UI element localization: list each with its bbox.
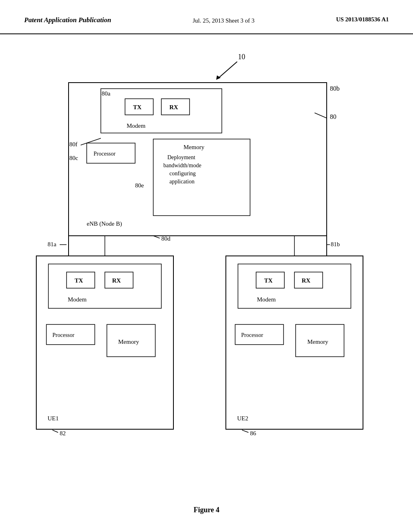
modem-label-ue2: Modem bbox=[257, 296, 276, 303]
svg-marker-1 bbox=[216, 75, 221, 80]
svg-rect-8 bbox=[153, 139, 250, 216]
label-81b: 81b bbox=[331, 241, 340, 247]
tx-label-ue1: TX bbox=[75, 277, 83, 284]
ue2-label: UE2 bbox=[237, 415, 248, 422]
label-80c: 80c bbox=[69, 155, 78, 161]
processor-label-ue1: Processor bbox=[52, 332, 75, 338]
rx-label-ue2: RX bbox=[302, 277, 311, 284]
tx-label-ue2: TX bbox=[264, 277, 273, 284]
processor-label-enb: Processor bbox=[94, 151, 116, 157]
svg-rect-2 bbox=[69, 83, 327, 236]
label-82: 82 bbox=[60, 430, 66, 436]
svg-line-7 bbox=[81, 138, 101, 145]
label-80d: 80d bbox=[161, 235, 171, 242]
memory-sub1-enb: Deployment bbox=[167, 154, 195, 160]
label-80e: 80e bbox=[135, 182, 144, 189]
label-80a: 80a bbox=[102, 90, 111, 97]
memory-label-ue2: Memory bbox=[307, 339, 328, 345]
memory-label-ue1: Memory bbox=[118, 339, 139, 345]
svg-line-0 bbox=[218, 62, 237, 79]
header-left: Patent Application Publication bbox=[24, 16, 111, 24]
label-10: 10 bbox=[238, 53, 245, 61]
memory-sub2-enb: bandwidth/mode bbox=[163, 162, 201, 168]
label-81a: 81a bbox=[48, 241, 56, 247]
svg-line-3 bbox=[315, 113, 327, 118]
memory-sub3-enb: configuring bbox=[169, 170, 196, 177]
label-80b: 80b bbox=[330, 85, 340, 92]
label-80f: 80f bbox=[69, 141, 77, 148]
modem-label-enb: Modem bbox=[127, 123, 146, 129]
memory-sub4-enb: application bbox=[169, 179, 194, 185]
ue1-label: UE1 bbox=[48, 415, 59, 422]
rx-label-ue1: RX bbox=[112, 277, 121, 284]
memory-title-enb: Memory bbox=[184, 144, 204, 150]
modem-label-ue1: Modem bbox=[68, 296, 87, 303]
header-center: Jul. 25, 2013 Sheet 3 of 3 bbox=[193, 16, 254, 25]
processor-label-ue2: Processor bbox=[241, 332, 263, 338]
figure-caption: Figure 4 bbox=[0, 502, 413, 522]
diagram-area: 10 80b 80 80a TX RX Modem 80f Memory bbox=[0, 38, 413, 502]
label-80: 80 bbox=[330, 113, 336, 120]
page-header: Patent Application Publication Jul. 25, … bbox=[0, 0, 413, 34]
label-86: 86 bbox=[250, 430, 257, 436]
tx-label-enb: TX bbox=[133, 104, 142, 110]
svg-line-24 bbox=[242, 430, 248, 432]
rx-label-enb: RX bbox=[169, 104, 178, 110]
svg-line-17 bbox=[52, 430, 58, 432]
enb-label: eNB (Node B) bbox=[87, 220, 122, 227]
header-right: US 2013/0188536 A1 bbox=[336, 16, 389, 23]
